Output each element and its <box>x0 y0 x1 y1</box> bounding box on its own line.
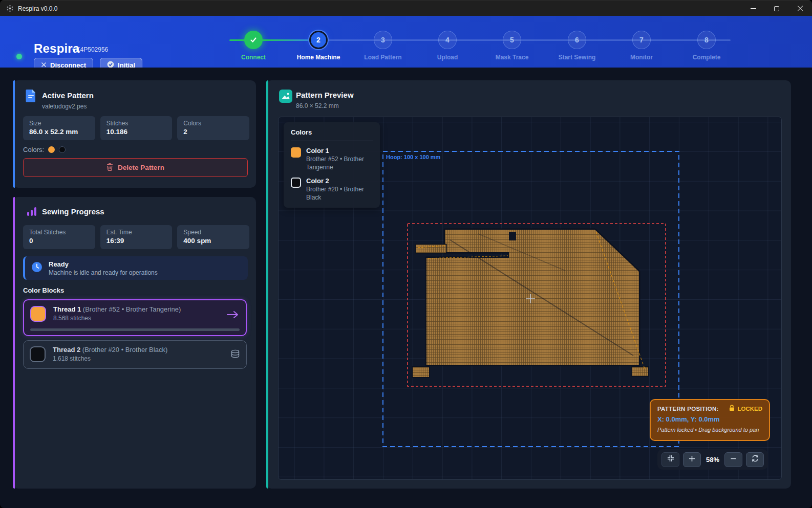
main-content: Active Pattern valetudogv2.pes Size 86.0… <box>0 68 812 508</box>
image-icon <box>279 90 292 105</box>
locked-badge: LOCKED <box>737 406 762 412</box>
active-pattern-title: Active Pattern <box>42 91 94 100</box>
window-title: Respira v0.0.0 <box>18 5 57 12</box>
serial-number: • K4P502956 <box>72 46 108 53</box>
step-mask-trace: 5 Mask Trace <box>480 31 544 61</box>
arrow-right-icon <box>226 311 240 321</box>
refresh-icon <box>751 454 759 465</box>
close-icon <box>797 6 803 12</box>
plus-icon <box>688 455 696 465</box>
status-description: Machine is idle and ready for operations <box>49 269 158 276</box>
pattern-position-box: PATTERN POSITION: LOCKED X: 0.0mm, Y: 0.… <box>650 399 770 441</box>
sewing-progress-title: Sewing Progress <box>42 207 104 216</box>
thread-2-swatch <box>30 346 46 362</box>
thread-2-row[interactable]: Thread 2 (Brother #20 • Brother Black) 1… <box>23 340 247 369</box>
compress-icon <box>667 454 675 465</box>
close-button[interactable] <box>788 1 812 16</box>
app-header: Respira • K4P502956 Disconnect Initial C… <box>0 16 812 68</box>
delete-pattern-button[interactable]: Delete Pattern <box>23 158 248 177</box>
step-check-icon <box>244 31 263 49</box>
step-monitor: 7 Monitor <box>609 31 674 61</box>
colors-legend: Colors Color 1 Brother #52 • Brother Tan… <box>284 122 380 208</box>
zoom-in-button[interactable] <box>683 452 701 467</box>
position-label: PATTERN POSITION: <box>657 406 719 412</box>
titlebar: Respira v0.0.0 <box>0 0 812 16</box>
legend-swatch-black <box>291 178 301 188</box>
trash-icon <box>106 163 113 172</box>
minus-icon <box>730 455 737 465</box>
clock-icon <box>31 261 42 275</box>
thread-1-progress-bar <box>30 328 240 331</box>
zoom-level: 58% <box>704 456 721 463</box>
legend-entry-color2: Color 2 Brother #20 • Brother Black <box>291 177 373 202</box>
stat-size: Size 86.0 x 52.2 mm <box>23 116 95 140</box>
minimize-icon <box>751 8 756 9</box>
fit-view-button[interactable] <box>661 452 679 467</box>
stat-est-time: Est. Time 16:39 <box>100 225 173 249</box>
app-window: Respira v0.0.0 Respira • K4P502956 Disco… <box>0 0 812 508</box>
hoop-label: Hoop: 100 x 100 mm <box>386 154 440 160</box>
bar-chart-icon <box>27 206 37 218</box>
sewing-progress-card: Sewing Progress Total Stitches 0 Est. Ti… <box>13 197 256 489</box>
sewing-stats: Total Stitches 0 Est. Time 16:39 Speed 4… <box>23 225 249 249</box>
thread-1-row[interactable]: Thread 1 (Brother #52 • Brother Tangerin… <box>23 299 247 336</box>
connection-status-dot <box>16 54 22 59</box>
stat-colors: Colors 2 <box>177 116 249 140</box>
stat-speed: Speed 400 spm <box>177 225 249 249</box>
step-home-machine: 2 Home Machine <box>286 31 351 61</box>
document-icon <box>26 89 36 104</box>
step-connect: Connect <box>221 31 286 61</box>
preview-canvas[interactable]: Hoop: 100 x 100 mm Colors Color 1 Brothe… <box>278 117 782 480</box>
position-coordinates: X: 0.0mm, Y: 0.0mm <box>657 415 762 423</box>
layers-stack-icon <box>230 349 240 361</box>
app-icon <box>6 5 14 12</box>
step-complete: 8 Complete <box>674 31 739 61</box>
legend-entry-color1: Color 1 Brother #52 • Brother Tangerine <box>291 147 373 171</box>
card-accent-purple <box>13 197 15 489</box>
thread-1-swatch <box>30 306 46 322</box>
maximize-button[interactable] <box>765 1 788 16</box>
pattern-colors-row: Colors: <box>23 146 66 153</box>
pattern-filename: valetudogv2.pes <box>42 103 87 110</box>
step-load-pattern: 3 Load Pattern <box>351 31 415 61</box>
active-pattern-card: Active Pattern valetudogv2.pes Size 86.0… <box>13 80 256 188</box>
color-swatch-black <box>59 146 66 153</box>
legend-title: Colors <box>291 128 373 141</box>
step-start-sewing: 6 Start Sewing <box>545 31 609 61</box>
stat-stitches: Stitches 10.186 <box>100 116 173 140</box>
card-accent-blue <box>13 80 15 188</box>
color-blocks-label: Color Blocks <box>23 286 64 294</box>
zoom-toolbar: 58% <box>657 449 768 470</box>
pattern-stats: Size 86.0 x 52.2 mm Stitches 10.186 Colo… <box>23 116 249 140</box>
color-swatch-orange <box>48 146 55 153</box>
legend-swatch-orange <box>291 147 301 158</box>
maximize-icon <box>774 6 779 11</box>
pattern-preview-title: Pattern Preview <box>296 91 354 99</box>
stat-total-stitches: Total Stitches 0 <box>23 225 95 249</box>
pattern-preview-card: Pattern Preview 86.0 × 52.2 mm <box>266 80 791 489</box>
machine-status-banner: Ready Machine is idle and ready for oper… <box>23 256 248 280</box>
minimize-button[interactable] <box>741 1 765 16</box>
card-accent-teal <box>266 80 268 489</box>
status-title: Ready <box>49 260 158 268</box>
position-hint: Pattern locked • Drag background to pan <box>657 427 762 433</box>
lock-icon <box>729 405 735 412</box>
reset-view-button[interactable] <box>746 452 764 467</box>
pattern-dimensions: 86.0 × 52.2 mm <box>296 102 339 109</box>
zoom-out-button[interactable] <box>724 452 742 467</box>
step-upload: 4 Upload <box>415 31 480 61</box>
